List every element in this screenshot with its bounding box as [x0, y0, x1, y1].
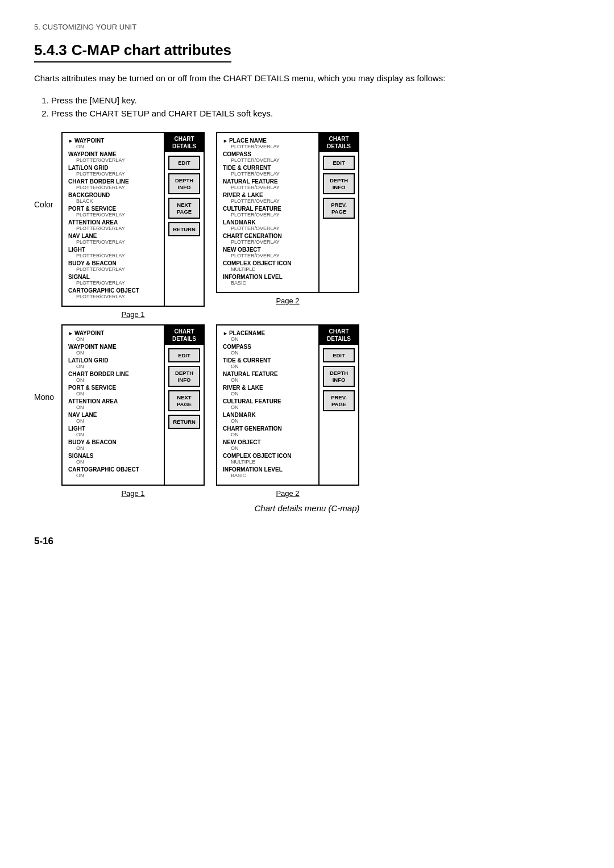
- edit-btn-c1p2[interactable]: EDIT: [323, 156, 355, 170]
- edit-btn-m1p2[interactable]: EDIT: [323, 348, 355, 362]
- menu-entry: RIVER & LAKEPLOTTER/OVERLAY: [223, 192, 313, 204]
- menu-entry: ► PLACENAMEON: [223, 330, 313, 342]
- step-2: Press the CHART SETUP and CHART DETAILS …: [51, 108, 580, 118]
- menu-entry: NATURAL FEATUREON: [223, 371, 313, 383]
- description: Charts attributes may be turned on or of…: [34, 72, 580, 85]
- menu-entry: NEW OBJECTON: [223, 439, 313, 451]
- menu-entry: COMPASSON: [223, 344, 313, 356]
- chart-details-header-m1p2: CHARTDETAILS: [320, 326, 358, 345]
- return-btn-c1p1[interactable]: RETURN: [168, 222, 200, 236]
- color-p1-label: Page 1: [61, 310, 205, 319]
- menu-entry: CULTURAL FEATUREPLOTTER/OVERLAY: [223, 206, 313, 218]
- menu-entry: CHART GENERATIONPLOTTER/OVERLAY: [223, 233, 313, 245]
- menu-entry: LANDMARKPLOTTER/OVERLAY: [223, 219, 313, 231]
- menu-entry: PORT & SERVICEPLOTTER/OVERLAY: [68, 206, 158, 218]
- menu-entry: CARTOGRAPHIC OBJECTON: [68, 466, 158, 478]
- mono-page2-diagram: ► PLACENAMEONCOMPASSONTIDE & CURRENTONNA…: [216, 324, 359, 498]
- depth-info-btn-m1p2[interactable]: DEPTHINFO: [323, 366, 355, 387]
- menu-entry: TIDE & CURRENTPLOTTER/OVERLAY: [223, 165, 313, 177]
- menu-entry: NAV LANEPLOTTER/OVERLAY: [68, 233, 158, 245]
- menu-entry: INFORMATION LEVELBASIC: [223, 466, 313, 478]
- caption: Chart details menu (C-map): [34, 503, 580, 513]
- mono-p2-label: Page 2: [216, 489, 359, 498]
- menu-entry: CHART BORDER LINEPLOTTER/OVERLAY: [68, 178, 158, 190]
- menu-entry: COMPLEX OBJECT ICONMULTIPLE: [223, 453, 313, 465]
- prev-page-btn-m1p2[interactable]: PREV.PAGE: [323, 390, 355, 411]
- color-label: Color: [34, 200, 56, 209]
- menu-entry: ► PLACE NAMEPLOTTER/OVERLAY: [223, 137, 313, 149]
- color-p2-label: Page 2: [216, 297, 359, 305]
- prev-page-btn-c1p2[interactable]: PREV.PAGE: [323, 198, 355, 219]
- depth-info-btn-m1p1[interactable]: DEPTHINFO: [168, 366, 200, 387]
- next-page-btn-c1p1[interactable]: NEXTPAGE: [168, 198, 200, 219]
- depth-info-btn-c1p1[interactable]: DEPTHINFO: [168, 173, 200, 194]
- menu-entry: COMPASSPLOTTER/OVERLAY: [223, 151, 313, 163]
- menu-entry: INFORMATION LEVELBASIC: [223, 274, 313, 286]
- menu-entry: ► WAYPOINTON: [68, 330, 158, 342]
- depth-info-btn-c1p2[interactable]: DEPTHINFO: [323, 173, 355, 194]
- menu-entry: BUOY & BEACONON: [68, 439, 158, 451]
- mono-p1-label: Page 1: [61, 489, 205, 498]
- menu-entry: TIDE & CURRENTON: [223, 357, 313, 369]
- menu-entry: NATURAL FEATUREPLOTTER/OVERLAY: [223, 178, 313, 190]
- menu-entry: NAV LANEON: [68, 412, 158, 424]
- menu-entry: LAT/LON GRIDON: [68, 357, 158, 369]
- chart-details-header-c1p2: CHARTDETAILS: [320, 133, 358, 152]
- color-page1-diagram: ► WAYPOINTONWAYPOINT NAMEPLOTTER/OVERLAY…: [61, 132, 205, 319]
- chart-details-header-c1p1: CHARTDETAILS: [165, 133, 204, 152]
- menu-entry: LIGHTON: [68, 425, 158, 437]
- color-page2-diagram: ► PLACE NAMEPLOTTER/OVERLAYCOMPASSPLOTTE…: [216, 132, 359, 305]
- menu-entry: LAT/LON GRIDPLOTTER/OVERLAY: [68, 165, 158, 177]
- menu-entry: NEW OBJECTPLOTTER/OVERLAY: [223, 247, 313, 258]
- menu-entry: RIVER & LAKEON: [223, 385, 313, 397]
- menu-entry: CARTOGRAPHIC OBJECTPLOTTER/OVERLAY: [68, 287, 158, 299]
- chart-details-header-m1p1: CHARTDETAILS: [165, 326, 204, 345]
- menu-entry: BACKGROUNDBLACK: [68, 192, 158, 204]
- menu-entry: ► WAYPOINTON: [68, 137, 158, 149]
- mono-label: Mono: [34, 393, 56, 402]
- page-number: 5-16: [34, 536, 580, 547]
- menu-entry: CHART BORDER LINEON: [68, 371, 158, 383]
- edit-btn-c1p1[interactable]: EDIT: [168, 156, 200, 170]
- menu-entry: CHART GENERATIONON: [223, 425, 313, 437]
- menu-entry: SIGNALPLOTTER/OVERLAY: [68, 274, 158, 286]
- menu-entry: COMPLEX OBJECT ICONMULTIPLE: [223, 260, 313, 272]
- menu-entry: BUOY & BEACONPLOTTER/OVERLAY: [68, 260, 158, 272]
- menu-entry: WAYPOINT NAMEPLOTTER/OVERLAY: [68, 151, 158, 163]
- return-btn-m1p1[interactable]: RETURN: [168, 415, 200, 429]
- menu-entry: LANDMARKON: [223, 412, 313, 424]
- menu-entry: WAYPOINT NAMEON: [68, 344, 158, 356]
- mono-page1-diagram: ► WAYPOINTONWAYPOINT NAMEONLAT/LON GRIDO…: [61, 324, 205, 498]
- step-1: Press the [MENU] key.: [51, 95, 580, 105]
- steps-list: Press the [MENU] key. Press the CHART SE…: [51, 95, 580, 118]
- menu-entry: ATTENTION AREAPLOTTER/OVERLAY: [68, 219, 158, 231]
- menu-entry: PORT & SERVICEON: [68, 385, 158, 397]
- menu-entry: ATTENTION AREAON: [68, 398, 158, 410]
- edit-btn-m1p1[interactable]: EDIT: [168, 348, 200, 362]
- breadcrumb: 5. CUSTOMIZING YOUR UNIT: [34, 23, 580, 31]
- menu-entry: LIGHTPLOTTER/OVERLAY: [68, 247, 158, 258]
- section-title: 5.4.3C-MAP chart attributes: [34, 41, 231, 62]
- next-page-btn-m1p1[interactable]: NEXTPAGE: [168, 390, 200, 411]
- menu-entry: CULTURAL FEATUREON: [223, 398, 313, 410]
- menu-entry: SIGNALSON: [68, 453, 158, 465]
